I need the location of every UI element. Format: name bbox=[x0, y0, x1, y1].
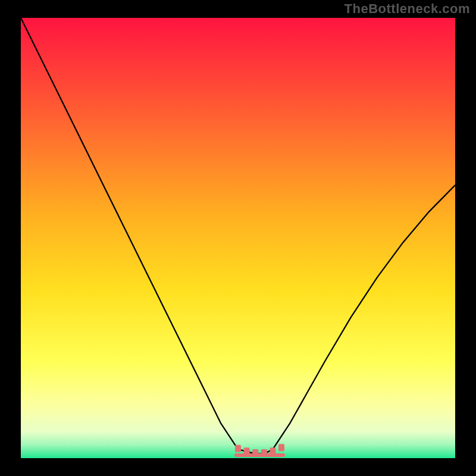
svg-rect-6 bbox=[278, 444, 284, 451]
bottom-markers bbox=[21, 18, 455, 458]
svg-rect-7 bbox=[234, 453, 285, 457]
svg-rect-1 bbox=[235, 445, 241, 452]
chart-frame: TheBottleneck.com bbox=[0, 0, 476, 476]
watermark-text: TheBottleneck.com bbox=[345, 1, 470, 17]
plot-area bbox=[21, 18, 455, 458]
